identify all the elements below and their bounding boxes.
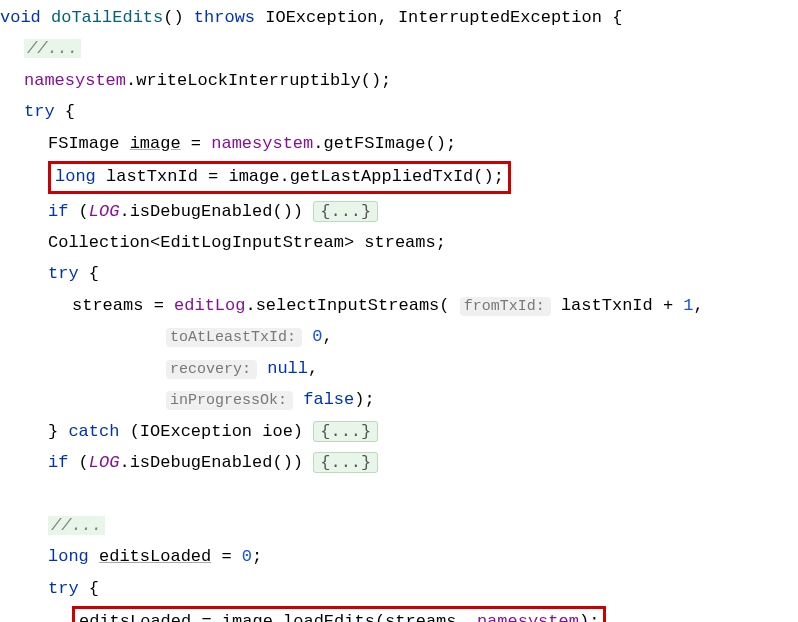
collection-decl-line[interactable]: Collection<EditLogInputStream> streams; (0, 227, 798, 258)
method-loadedits: loadEdits (283, 612, 375, 622)
var-lasttxnid-ref: lastTxnId (561, 296, 653, 315)
keyword-try-2: try (48, 579, 79, 598)
static-log-2: LOG (89, 453, 120, 472)
try-line[interactable]: try { (0, 96, 798, 127)
comment-fold-line[interactable]: //... (0, 33, 798, 64)
code-block[interactable]: void doTailEdits() throws IOException, I… (0, 2, 798, 622)
field-namesystem-ref: namesystem (211, 134, 313, 153)
keyword-null: null (267, 359, 308, 378)
var-image-ref: image (228, 167, 279, 186)
field-editlog: editLog (174, 296, 245, 315)
writelock-line[interactable]: namesystem.writeLockInterruptibly(); (0, 65, 798, 96)
blank-line (0, 478, 798, 509)
highlighted-region-2: editsLoaded = image.loadEdits(streams, n… (72, 606, 606, 622)
number-one: 1 (683, 296, 693, 315)
param-hint-recovery: recovery: (166, 360, 257, 379)
param-hint-fromtxid: fromTxId: (460, 297, 551, 316)
var-streams-ref: streams (72, 296, 143, 315)
folded-comment[interactable]: //... (24, 39, 81, 58)
highlighted-region-1: long lastTxnId = image.getLastAppliedTxI… (48, 161, 511, 193)
fold-block[interactable]: {...} (313, 201, 378, 222)
inner-try-line[interactable]: try { (0, 258, 798, 289)
method-writelock: writeLockInterruptibly (136, 71, 360, 90)
keyword-long-2: long (48, 547, 89, 566)
method-isdebug: isDebugEnabled (130, 202, 273, 221)
editsloaded-decl-line[interactable]: long editsLoaded = 0; (0, 541, 798, 572)
comment-fold-line-2[interactable]: //... (0, 510, 798, 541)
type-ioexception-catch: IOException (140, 422, 252, 441)
keyword-long: long (55, 167, 96, 186)
var-editsloaded-ref: editsLoaded (79, 612, 191, 622)
param-toatleast-line[interactable]: toAtLeastTxId: 0, (0, 321, 798, 352)
var-editsloaded: editsLoaded (99, 547, 211, 566)
var-image-ref-2: image (222, 612, 273, 622)
folded-comment-2[interactable]: //... (48, 516, 105, 535)
field-namesystem: namesystem (24, 71, 126, 90)
var-streams: streams (364, 233, 435, 252)
exception-ioexception: IOException (265, 8, 377, 27)
var-ioe: ioe (262, 422, 293, 441)
method-name: doTailEdits (51, 8, 163, 27)
method-isdebug-2: isDebugEnabled (130, 453, 273, 472)
catch-line[interactable]: } catch (IOException ioe) {...} (0, 416, 798, 447)
if-debug-line-2[interactable]: if (LOG.isDebugEnabled()) {...} (0, 447, 798, 478)
param-hint-inprogress: inProgressOk: (166, 391, 293, 410)
type-collection: Collection (48, 233, 150, 252)
number-zero-2: 0 (242, 547, 252, 566)
try-line-2[interactable]: try { (0, 573, 798, 604)
type-fsimage: FSImage (48, 134, 119, 153)
keyword-throws: throws (194, 8, 255, 27)
method-getfsimage: getFSImage (323, 134, 425, 153)
fold-block-catch[interactable]: {...} (313, 421, 378, 442)
var-image: image (130, 134, 181, 153)
type-editloginputstream: EditLogInputStream (160, 233, 344, 252)
streams-assign-line[interactable]: streams = editLog.selectInputStreams( fr… (0, 290, 798, 321)
method-selectinputstreams: selectInputStreams (256, 296, 440, 315)
keyword-try: try (24, 102, 55, 121)
field-namesystem-arg: namesystem (477, 612, 579, 622)
var-streams-arg: streams (385, 612, 456, 622)
exception-interrupted: InterruptedException (398, 8, 602, 27)
fsimage-decl-line[interactable]: FSImage image = namesystem.getFSImage(); (0, 128, 798, 159)
keyword-catch: catch (68, 422, 119, 441)
param-inprogress-line[interactable]: inProgressOk: false); (0, 384, 798, 415)
loadedits-highlight-line[interactable]: editsLoaded = image.loadEdits(streams, n… (0, 604, 798, 622)
method-getlastapplied: getLastAppliedTxId (290, 167, 474, 186)
if-debug-line-1[interactable]: if (LOG.isDebugEnabled()) {...} (0, 196, 798, 227)
fold-block-2[interactable]: {...} (313, 452, 378, 473)
keyword-if: if (48, 202, 68, 221)
var-lasttxnid: lastTxnId (106, 167, 198, 186)
keyword-try-inner: try (48, 264, 79, 283)
lasttxnid-highlight-line[interactable]: long lastTxnId = image.getLastAppliedTxI… (0, 159, 798, 195)
number-zero: 0 (312, 327, 322, 346)
keyword-void: void (0, 8, 41, 27)
param-hint-toatleast: toAtLeastTxId: (166, 328, 302, 347)
param-recovery-line[interactable]: recovery: null, (0, 353, 798, 384)
keyword-if-2: if (48, 453, 68, 472)
static-log: LOG (89, 202, 120, 221)
method-signature-line[interactable]: void doTailEdits() throws IOException, I… (0, 2, 798, 33)
keyword-false: false (303, 390, 354, 409)
